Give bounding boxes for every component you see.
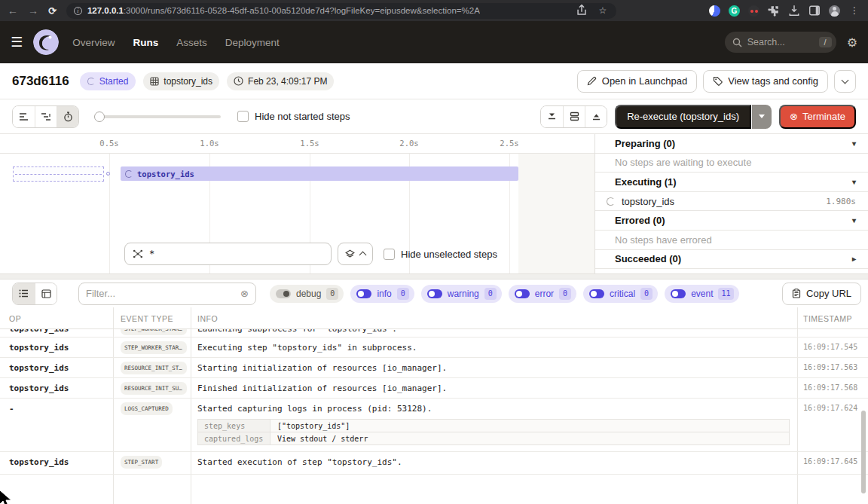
run-status-badge[interactable]: Started [80,72,136,90]
share-icon[interactable] [576,5,588,17]
nav-link-assets[interactable]: Assets [176,37,207,48]
terminate-button[interactable]: ⊗ Terminate [779,105,856,129]
log-row[interactable]: topstory_idsSTEP_STARTStarted execution … [0,452,868,475]
log-row[interactable]: topstory_idsRESOURCE_INIT_SUCCESSFinishe… [0,378,868,399]
copy-url-button[interactable]: Copy URL [782,283,861,305]
collapse-panel-button[interactable] [541,106,563,127]
extensions-puzzle-icon[interactable] [768,5,780,17]
section-empty-message: No steps have errored [595,231,868,250]
extension-icon-1[interactable] [709,5,720,17]
step-selection-value[interactable] [149,249,323,259]
side-panel-icon[interactable] [808,5,821,17]
header-more-actions-button[interactable] [834,70,856,93]
log-level-toggle-debug[interactable]: debug0 [270,285,344,303]
gantt-future-region [518,154,594,273]
section-title: Succeeded (0) [615,253,681,264]
view-tags-config-button[interactable]: View tags and config [703,70,828,93]
status-section-header[interactable]: Preparing (0)▾ [595,134,868,154]
search-placeholder: Search... [747,37,814,47]
log-row[interactable]: topstory_idsSTEP_WORKER_STARTEDExecuting… [0,338,868,358]
waterfall-view-button[interactable] [35,106,57,127]
settings-gear-icon[interactable]: ⚙ [847,35,857,50]
zoom-slider[interactable] [94,111,221,122]
split-panel-button[interactable] [563,106,585,127]
zoom-slider-knob[interactable] [94,111,105,122]
log-level-toggle-info[interactable]: info0 [350,285,414,303]
level-count-badge: 0 [559,288,571,300]
log-structured-view-button[interactable] [35,283,57,304]
extension-icon-2[interactable] [748,5,760,17]
log-filter-field[interactable] [86,288,240,299]
log-row[interactable]: topstory_idsRESOURCE_INIT_STARTEDStartin… [0,358,868,378]
log-filter-input[interactable]: ⊗ [78,283,256,305]
browser-menu-icon[interactable]: ⋮ [848,5,860,17]
status-section-header[interactable]: Executing (1)▾ [595,173,868,192]
url-text: 127.0.0.1:3000/runs/673d6116-0528-45df-a… [87,6,480,15]
checkbox-icon [384,249,395,260]
bookmark-star-icon[interactable]: ☆ [597,5,609,17]
metadata-value[interactable]: View stdout / stderr [270,432,789,444]
search-input[interactable]: Search... / [725,32,836,53]
level-count-badge: 0 [397,288,409,300]
job-tag[interactable]: topstory_ids [143,72,219,90]
log-level-toggle-critical[interactable]: critical0 [583,285,658,303]
step-selection-input[interactable] [124,243,332,265]
reexecute-button[interactable]: Re-execute (topstory_ids) [615,105,751,129]
reexecute-dropdown-button[interactable] [752,105,772,129]
status-section-header[interactable]: Succeeded (0)▸ [595,250,868,270]
nav-link-deployment[interactable]: Deployment [225,37,280,48]
step-status-panel: Preparing (0)▾No steps are waiting to ex… [595,134,868,273]
open-in-launchpad-button[interactable]: Open in Launchpad [577,70,697,93]
level-count-badge: 11 [718,288,733,300]
browser-profile-avatar[interactable] [829,5,840,17]
spinner-icon [125,170,133,178]
nav-link-runs[interactable]: Runs [133,37,158,48]
flat-view-button[interactable] [13,106,35,127]
hamburger-menu-icon[interactable]: ☰ [11,34,23,50]
log-row[interactable]: -LOGS_CAPTUREDStarted capturing logs in … [0,399,868,452]
panel-resize-handle[interactable] [0,273,868,279]
log-event-type: STEP_WORKER_STARTING [121,329,188,338]
executing-step-row[interactable]: topstory_ids1.980s [595,192,868,212]
run-id: 673d6116 [12,74,69,89]
clipboard-icon [792,289,801,298]
site-info-icon[interactable]: i [74,7,82,15]
duration-view-button[interactable] [57,106,78,127]
section-chevron-icon: ▾ [852,139,856,148]
log-op: - [9,404,108,414]
log-level-filters: debug0info0warning0error0critical0event1… [270,285,739,303]
downloads-icon[interactable] [788,5,800,17]
log-info: Launching subprocess for "topstory_ids". [197,329,785,334]
graph-options-button[interactable] [338,243,373,265]
gantt-step-bar[interactable]: topstory_ids [121,166,518,181]
event-type-badge: LOGS_CAPTURED [121,402,173,415]
start-time-tag[interactable]: Feb 23, 4:09:17 PM [227,72,334,90]
clear-filter-icon[interactable]: ⊗ [240,288,249,299]
scrollbar-thumb[interactable] [861,411,866,493]
log-level-toggle-warning[interactable]: warning0 [421,285,502,303]
browser-reload-icon[interactable]: ⟳ [48,5,57,17]
log-level-toggle-event[interactable]: event11 [665,285,738,303]
hide-unselected-checkbox[interactable]: Hide unselected steps [384,249,497,260]
log-timestamp: 16:09:17.624 [803,404,857,412]
grammarly-extension-icon[interactable]: G [729,5,740,17]
hide-not-started-checkbox[interactable]: Hide not started steps [237,111,350,122]
log-op: topstory_ids [9,363,108,373]
nav-link-overview[interactable]: Overview [72,37,115,48]
browser-forward-icon[interactable]: → [28,5,38,16]
step-name: topstory_ids [622,196,674,207]
log-level-toggle-error[interactable]: error0 [509,285,576,303]
level-count-badge: 0 [640,288,653,300]
log-row[interactable]: topstory_idsSTEP_WORKER_STARTINGLaunchin… [0,329,868,338]
log-list-view-button[interactable] [13,283,35,304]
status-section-header[interactable]: Errored (0)▾ [595,211,868,231]
browser-back-icon[interactable]: ← [8,5,18,16]
dagster-logo[interactable] [33,29,59,55]
address-bar[interactable]: i 127.0.0.1:3000/runs/673d6116-0528-45df… [66,3,616,19]
nav-links: OverviewRunsAssetsDeployment [72,37,280,48]
log-timestamp: 16:09:17.645 [803,457,857,466]
log-timestamp: 16:09:17.545 [803,343,857,351]
log-event-type: RESOURCE_INIT_STARTED [121,362,188,377]
expand-panel-button[interactable] [585,106,607,127]
pencil-icon [587,76,597,86]
